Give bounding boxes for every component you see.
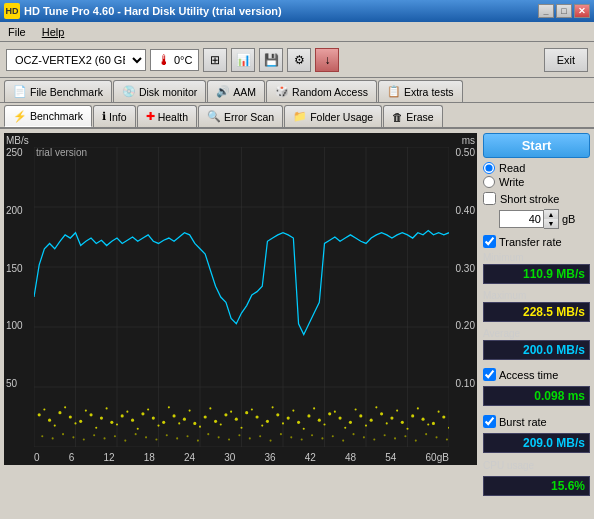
svg-point-135 bbox=[436, 436, 438, 438]
svg-point-29 bbox=[162, 421, 165, 424]
svg-point-27 bbox=[141, 412, 144, 415]
disk-monitor-icon: 💿 bbox=[122, 85, 136, 98]
minimum-label: Minimum bbox=[483, 252, 590, 263]
menu-file[interactable]: File bbox=[4, 24, 30, 40]
tabs-row2: ⚡ Benchmark ℹ Info ✚ Health 🔍 Error Scan… bbox=[0, 103, 594, 129]
svg-point-23 bbox=[100, 416, 103, 419]
tab-extra-tests[interactable]: 📋 Extra tests bbox=[378, 80, 463, 102]
app-icon: HD bbox=[4, 3, 20, 19]
toolbar-btn-2[interactable]: 📊 bbox=[231, 48, 255, 72]
tab-folder-usage-label: Folder Usage bbox=[310, 111, 373, 123]
svg-point-127 bbox=[353, 433, 355, 435]
svg-point-48 bbox=[359, 414, 362, 417]
tab-erase[interactable]: 🗑 Erase bbox=[383, 105, 442, 127]
svg-point-47 bbox=[349, 421, 352, 424]
svg-point-69 bbox=[168, 406, 170, 408]
write-radio-item[interactable]: Write bbox=[483, 176, 590, 188]
spinbox-up-button[interactable]: ▲ bbox=[544, 210, 558, 219]
svg-point-19 bbox=[58, 411, 61, 414]
svg-point-40 bbox=[276, 413, 279, 416]
read-radio[interactable] bbox=[483, 162, 495, 174]
maximum-label: Maximum bbox=[483, 290, 590, 301]
svg-point-73 bbox=[209, 407, 211, 409]
exit-button[interactable]: Exit bbox=[544, 48, 588, 72]
toolbar-btn-4[interactable]: ⚙ bbox=[287, 48, 311, 72]
svg-point-131 bbox=[394, 437, 396, 439]
svg-point-41 bbox=[287, 416, 290, 419]
svg-point-45 bbox=[328, 412, 331, 415]
toolbar-btn-5[interactable]: ↓ bbox=[315, 48, 339, 72]
close-button[interactable]: ✕ bbox=[574, 4, 590, 18]
spinbox-container: ▲ ▼ gB bbox=[499, 209, 590, 229]
burst-rate-checkbox[interactable] bbox=[483, 415, 496, 428]
short-stroke-item[interactable]: Short stroke bbox=[483, 192, 590, 205]
window-title: HD Tune Pro 4.60 - Hard Disk Utility (tr… bbox=[24, 5, 282, 17]
temperature-display: 🌡 0°C bbox=[150, 49, 199, 71]
short-stroke-checkbox[interactable] bbox=[483, 192, 496, 205]
access-time-section: Access time bbox=[483, 368, 590, 381]
svg-point-88 bbox=[365, 425, 367, 427]
error-scan-icon: 🔍 bbox=[207, 110, 221, 123]
transfer-rate-label: Transfer rate bbox=[499, 236, 562, 248]
svg-point-60 bbox=[74, 422, 76, 424]
info-icon: ℹ bbox=[102, 110, 106, 123]
write-radio[interactable] bbox=[483, 176, 495, 188]
menu-help[interactable]: Help bbox=[38, 24, 69, 40]
svg-point-102 bbox=[93, 434, 95, 436]
svg-point-67 bbox=[147, 408, 149, 410]
tab-aam[interactable]: 🔊 AAM bbox=[207, 80, 265, 102]
svg-point-86 bbox=[344, 427, 346, 429]
svg-point-37 bbox=[245, 411, 248, 414]
main-area: MB/s ms trial version 250 200 150 100 50… bbox=[0, 129, 594, 469]
tab-folder-usage[interactable]: 📁 Folder Usage bbox=[284, 105, 382, 127]
y2-axis-values: 0.50 0.40 0.30 0.20 0.10 bbox=[456, 147, 475, 447]
y-val-200: 200 bbox=[6, 205, 23, 216]
y-val-100: 100 bbox=[6, 320, 23, 331]
aam-icon: 🔊 bbox=[216, 85, 230, 98]
tab-info-label: Info bbox=[109, 111, 127, 123]
svg-point-125 bbox=[332, 435, 334, 437]
svg-point-109 bbox=[166, 434, 168, 436]
spinbox-unit: gB bbox=[562, 213, 575, 225]
burst-rate-value: 209.0 MB/s bbox=[488, 436, 585, 450]
start-button[interactable]: Start bbox=[483, 133, 590, 158]
tab-random-access[interactable]: 🎲 Random Access bbox=[266, 80, 377, 102]
svg-point-32 bbox=[193, 422, 196, 425]
spinbox-input[interactable] bbox=[499, 210, 544, 228]
toolbar-btn-1[interactable]: ⊞ bbox=[203, 48, 227, 72]
spinbox-down-button[interactable]: ▼ bbox=[544, 219, 558, 228]
svg-point-70 bbox=[178, 422, 180, 424]
tab-error-scan[interactable]: 🔍 Error Scan bbox=[198, 105, 283, 127]
tab-file-benchmark[interactable]: 📄 File Benchmark bbox=[4, 80, 112, 102]
svg-point-46 bbox=[339, 416, 342, 419]
svg-point-113 bbox=[207, 433, 209, 435]
tab-health[interactable]: ✚ Health bbox=[137, 105, 197, 127]
read-radio-item[interactable]: Read bbox=[483, 162, 590, 174]
svg-point-81 bbox=[292, 410, 294, 412]
tab-health-label: Health bbox=[158, 111, 188, 123]
burst-rate-stat-box: 209.0 MB/s bbox=[483, 433, 590, 453]
toolbar-btn-3[interactable]: 💾 bbox=[259, 48, 283, 72]
tab-benchmark[interactable]: ⚡ Benchmark bbox=[4, 105, 92, 127]
svg-point-57 bbox=[43, 408, 45, 410]
svg-point-97 bbox=[41, 435, 43, 437]
svg-point-65 bbox=[126, 411, 128, 413]
svg-point-28 bbox=[152, 416, 155, 419]
tab-info[interactable]: ℹ Info bbox=[93, 105, 136, 127]
minimum-section: Minimum 110.9 MB/s bbox=[483, 252, 590, 284]
minimize-button[interactable]: _ bbox=[538, 4, 554, 18]
maximize-button[interactable]: □ bbox=[556, 4, 572, 18]
drive-selector[interactable]: OCZ-VERTEX2 (60 GB) bbox=[6, 49, 146, 71]
svg-point-68 bbox=[157, 425, 159, 427]
transfer-rate-checkbox[interactable] bbox=[483, 235, 496, 248]
svg-point-62 bbox=[95, 427, 97, 429]
x-val-24: 24 bbox=[184, 452, 195, 463]
svg-point-130 bbox=[384, 434, 386, 436]
svg-point-18 bbox=[48, 419, 51, 422]
maximum-stat-box: 228.5 MB/s bbox=[483, 302, 590, 322]
svg-point-22 bbox=[90, 413, 93, 416]
title-bar-left: HD HD Tune Pro 4.60 - Hard Disk Utility … bbox=[4, 3, 282, 19]
tab-disk-monitor[interactable]: 💿 Disk monitor bbox=[113, 80, 206, 102]
access-time-checkbox[interactable] bbox=[483, 368, 496, 381]
svg-point-128 bbox=[363, 436, 365, 438]
